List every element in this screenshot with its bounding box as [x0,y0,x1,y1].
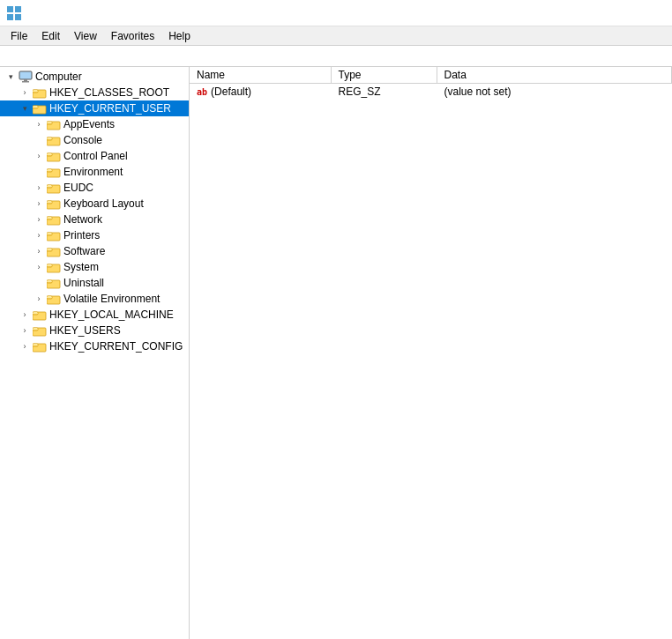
tree-label-printers: Printers [63,229,100,241]
menu-item-favorites[interactable]: Favorites [104,26,161,46]
expander-console[interactable] [32,132,46,148]
expander-network[interactable] [32,212,46,227]
folder-icon-software [46,246,62,257]
tree-item-software[interactable]: Software [0,243,189,259]
expander-printers[interactable] [32,227,46,243]
folder-icon-keyboard_layout [46,198,62,210]
folder-icon-eudc [46,182,62,194]
tree-item-console[interactable]: Console [0,132,189,148]
cell-name: ab(Default) [190,84,331,100]
folder-icon-console [46,135,62,146]
expander-hku[interactable] [18,323,32,338]
folder-icon-hkcc [32,341,48,353]
tree-label-network: Network [63,213,102,226]
tree-label-hkcu_classes_root: HKEY_CLASSES_ROOT [49,86,169,99]
folder-icon-network [46,214,62,226]
tree-panel[interactable]: Computer HKEY_CLASSES_ROOT HKEY_CURRENT_… [0,67,190,639]
expander-hkcu[interactable] [18,100,32,116]
titlebar-controls [543,0,665,26]
tree-item-environment[interactable]: Environment [0,164,189,180]
folder-icon-printers [46,230,62,241]
svg-rect-1 [15,6,21,12]
menu-item-file[interactable]: File [4,26,34,46]
folder-icon-volatile_env [46,293,62,305]
data-table: NameTypeData ab(Default)REG_SZ(value not… [190,67,672,100]
svg-rect-4 [19,71,32,79]
col-header-name: Name [190,67,331,84]
expander-system[interactable] [32,259,46,275]
tree-item-computer[interactable]: Computer [0,69,189,85]
tree-label-volatile_env: Volatile Environment [63,293,160,305]
folder-icon-hkcu [32,103,48,115]
addressbar [0,46,672,67]
col-header-data: Data [437,67,672,84]
titlebar-left [7,6,26,20]
tree-label-environment: Environment [63,166,123,178]
main-area: Computer HKEY_CLASSES_ROOT HKEY_CURRENT_… [0,67,672,639]
menu-item-edit[interactable]: Edit [34,26,67,46]
tree-item-network[interactable]: Network [0,212,189,227]
maximize-button[interactable] [584,0,624,26]
svg-rect-2 [7,14,13,20]
table-row[interactable]: ab(Default)REG_SZ(value not set) [190,84,672,100]
expander-volatile_env[interactable] [32,291,46,307]
expander-uninstall[interactable] [32,275,46,291]
data-panel: NameTypeData ab(Default)REG_SZ(value not… [190,67,672,639]
expander-eudc[interactable] [32,180,46,196]
tree-label-eudc: EUDC [63,182,93,194]
tree-item-keyboard_layout[interactable]: Keyboard Layout [0,196,189,212]
menu-item-view[interactable]: View [67,26,104,46]
tree-item-printers[interactable]: Printers [0,227,189,243]
expander-software[interactable] [32,243,46,259]
tree-item-hku[interactable]: HKEY_USERS [0,323,189,338]
tree-item-hkcu_classes_root[interactable]: HKEY_CLASSES_ROOT [0,85,189,100]
tree-label-hkcc: HKEY_CURRENT_CONFIG [49,340,183,353]
folder-icon-hku [32,325,48,337]
tree-item-volatile_env[interactable]: Volatile Environment [0,291,189,307]
folder-icon-environment [46,167,62,178]
tree-label-console: Console [63,134,102,146]
folder-icon-hkcu_classes_root [32,87,48,99]
tree-label-uninstall: Uninstall [63,277,104,289]
svg-rect-0 [7,6,13,12]
col-header-type: Type [331,67,437,84]
close-button[interactable] [624,0,665,26]
tree-item-hkcc[interactable]: HKEY_CURRENT_CONFIG [0,338,189,354]
tree-label-keyboard_layout: Keyboard Layout [63,197,144,210]
tree-item-uninstall[interactable]: Uninstall [0,275,189,291]
tree-item-system[interactable]: System [0,259,189,275]
value-name: (Default) [211,85,251,98]
tree-item-hklm[interactable]: HKEY_LOCAL_MACHINE [0,307,189,323]
tree-item-appevents[interactable]: AppEvents [0,116,189,132]
expander-hkcu_classes_root[interactable] [18,85,32,100]
svg-rect-5 [24,79,27,81]
folder-icon-uninstall [46,278,62,289]
table-header-row: NameTypeData [190,67,672,84]
expander-control_panel[interactable] [32,148,46,164]
tree-item-hkcu[interactable]: HKEY_CURRENT_USER [0,100,189,116]
expander-keyboard_layout[interactable] [32,196,46,212]
tree-label-system: System [63,261,99,273]
menu-item-help[interactable]: Help [161,26,198,46]
tree-label-software: Software [63,245,105,257]
tree-item-eudc[interactable]: EUDC [0,180,189,196]
expander-hkcc[interactable] [18,338,32,354]
minimize-button[interactable] [543,0,584,26]
menubar: FileEditViewFavoritesHelp [0,26,672,46]
tree-label-control_panel: Control Panel [63,150,128,162]
tree-item-control_panel[interactable]: Control Panel [0,148,189,164]
computer-icon [18,71,34,83]
svg-rect-3 [15,14,21,20]
expander-environment[interactable] [32,164,46,180]
cell-data: (value not set) [437,84,672,100]
folder-icon-system [46,262,62,273]
tree-label-hklm: HKEY_LOCAL_MACHINE [49,308,174,321]
tree-label-hkcu: HKEY_CURRENT_USER [49,102,171,115]
app-icon [7,6,21,20]
expander-hklm[interactable] [18,307,32,323]
reg-sz-icon: ab [197,87,207,97]
folder-icon-hklm [32,309,48,321]
tree-label-computer: Computer [35,71,82,83]
expander-computer[interactable] [4,69,18,85]
expander-appevents[interactable] [32,116,46,132]
